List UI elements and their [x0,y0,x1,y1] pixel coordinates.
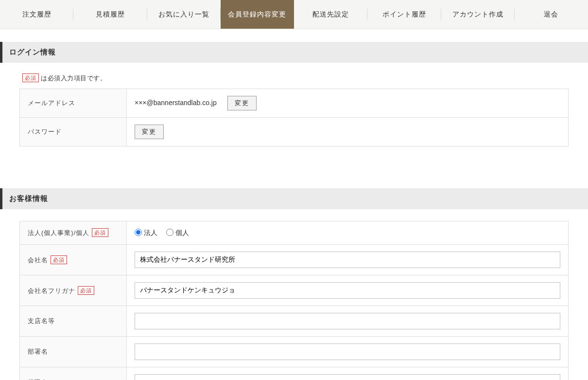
cell-company [127,245,569,275]
tab-create-account[interactable]: アカウント作成 [441,0,515,29]
label-company-text: 会社名 [28,256,48,264]
label-department: 部署名 [20,337,127,367]
label-entity-text: 法人(個人事業)/個人 [28,229,89,236]
radio-individual-text: 個人 [175,229,189,236]
row-branch: 支店名等 [20,306,569,337]
label-entity: 法人(個人事業)/個人 必須 [20,221,127,245]
company-input[interactable] [135,252,560,268]
required-badge: 必須 [51,255,67,264]
required-badge: 必須 [22,73,39,82]
section-login-header: ログイン情報 [0,42,588,63]
radio-corporate-text: 法人 [144,229,157,236]
required-note-text: は必須入力項目です。 [41,74,106,82]
position-input[interactable] [135,374,560,380]
tab-shipping[interactable]: 配送先設定 [294,0,367,29]
tab-member-edit[interactable]: 会員登録内容変更 [221,0,294,29]
label-company-kana-text: 会社名フリガナ [28,287,75,294]
company-kana-input[interactable] [135,282,560,299]
login-table: メールアドレス ×××@bannerstandlab.co.jp 変更 パスワー… [19,89,569,146]
label-branch: 支店名等 [20,306,127,337]
radio-individual-label[interactable]: 個人 [166,229,189,236]
required-badge: 必須 [78,286,94,295]
label-company-kana: 会社名フリガナ 必須 [20,275,127,306]
tab-favorites[interactable]: お気に入り一覧 [147,0,221,29]
row-company: 会社名 必須 [20,245,569,275]
department-input[interactable] [135,344,560,360]
tab-points[interactable]: ポイント履歴 [367,0,441,29]
section-customer-header: お客様情報 [0,188,588,209]
cell-entity: 法人 個人 [127,221,569,245]
cell-position [127,367,569,380]
cell-branch [127,306,569,337]
email-value: ×××@bannerstandlab.co.jp [135,99,217,107]
tab-order-history[interactable]: 注文履歴 [0,0,73,29]
row-password: パスワード 変更 [20,118,569,146]
row-entity: 法人(個人事業)/個人 必須 法人 個人 [20,221,569,245]
row-company-kana: 会社名フリガナ 必須 [20,275,569,306]
tab-withdraw[interactable]: 退会 [515,0,588,29]
label-company: 会社名 必須 [20,245,127,275]
customer-table: 法人(個人事業)/個人 必須 法人 個人 会社名 必須 [19,221,569,380]
required-note: 必須は必須入力項目です。 [22,73,569,83]
cell-password: 変更 [127,118,569,146]
required-badge: 必須 [92,228,108,237]
label-email: メールアドレス [20,89,127,118]
radio-corporate-label[interactable]: 法人 [135,229,159,236]
cell-company-kana [127,275,569,306]
tab-quote-history[interactable]: 見積履歴 [73,0,147,29]
radio-corporate[interactable] [135,229,142,236]
label-position: 役職名 [20,367,127,380]
row-email: メールアドレス ×××@bannerstandlab.co.jp 変更 [20,89,569,118]
row-position: 役職名 [20,367,569,380]
cell-department [127,337,569,367]
label-password: パスワード [20,118,127,146]
radio-individual[interactable] [166,229,173,236]
change-email-button[interactable]: 変更 [227,96,257,110]
branch-input[interactable] [135,313,560,329]
change-password-button[interactable]: 変更 [135,125,164,139]
tab-nav: 注文履歴 見積履歴 お気に入り一覧 会員登録内容変更 配送先設定 ポイント履歴 … [0,0,588,29]
cell-email: ×××@bannerstandlab.co.jp 変更 [127,89,569,118]
row-department: 部署名 [20,337,569,367]
